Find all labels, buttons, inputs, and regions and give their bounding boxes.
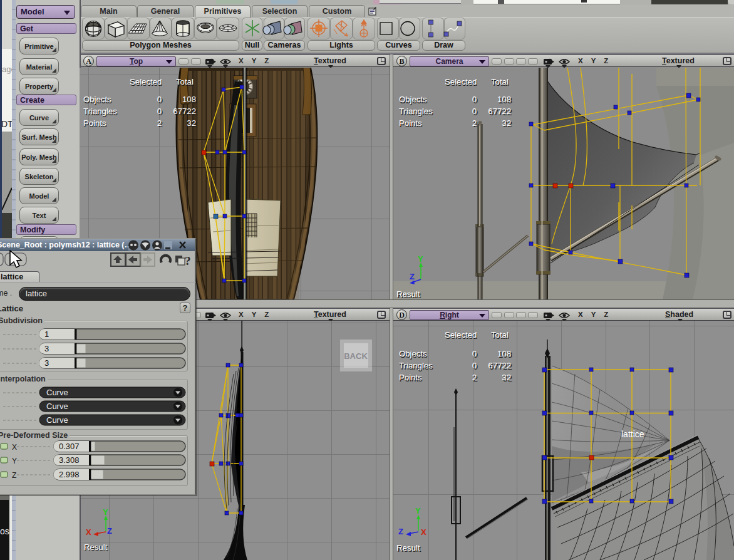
svg-text:0: 0 [472, 349, 477, 358]
svg-text:67722: 67722 [173, 106, 196, 116]
svg-text:X: X [86, 527, 91, 537]
svg-text:32: 32 [187, 118, 196, 128]
svg-text:Triangles: Triangles [83, 106, 117, 116]
svg-text:Total: Total [176, 77, 194, 86]
svg-text:Triangles: Triangles [399, 361, 433, 370]
svg-text:Objects: Objects [399, 349, 427, 358]
svg-text:32: 32 [502, 118, 511, 128]
svg-text:2: 2 [157, 118, 162, 128]
svg-text:Triangles: Triangles [399, 106, 433, 116]
svg-text:3: 3 [44, 344, 49, 353]
svg-text:108: 108 [497, 95, 511, 104]
svg-text:0.307: 0.307 [59, 442, 80, 451]
svg-text:Total: Total [491, 330, 509, 340]
svg-text:67722: 67722 [488, 361, 511, 370]
svg-text:108: 108 [182, 95, 196, 104]
svg-text:32: 32 [502, 373, 511, 382]
svg-text:Z: Z [107, 526, 112, 536]
svg-text:67722: 67722 [488, 106, 511, 116]
svg-text:Y: Y [415, 506, 421, 516]
svg-text:Curve: Curve [46, 415, 68, 425]
svg-text:BACK: BACK [344, 351, 368, 361]
svg-text:X: X [12, 443, 17, 452]
svg-text:108: 108 [497, 349, 511, 358]
svg-text:Curve: Curve [46, 388, 68, 397]
svg-text:0: 0 [157, 106, 162, 116]
svg-text:3.308: 3.308 [59, 455, 80, 465]
svg-text:0: 0 [472, 106, 477, 116]
svg-text:2: 2 [472, 118, 477, 128]
svg-text:Result: Result [396, 543, 420, 552]
svg-text:0: 0 [472, 361, 477, 370]
svg-text:Selected: Selected [445, 330, 477, 340]
svg-text:X: X [421, 527, 426, 537]
svg-text:2: 2 [472, 373, 477, 382]
svg-text:Z: Z [398, 527, 403, 536]
svg-text:Points: Points [399, 118, 422, 128]
svg-text:Z: Z [12, 471, 16, 480]
svg-text:Objects: Objects [83, 95, 111, 104]
svg-text:Total: Total [491, 77, 509, 86]
svg-text:Y: Y [418, 254, 423, 264]
svg-text:0: 0 [157, 95, 162, 104]
svg-text:Points: Points [399, 373, 422, 382]
svg-text:Curve: Curve [46, 402, 68, 411]
svg-text:1: 1 [44, 329, 49, 339]
svg-text:3: 3 [44, 358, 49, 368]
svg-text:?: ? [185, 254, 191, 267]
svg-text:0: 0 [472, 95, 477, 104]
svg-text:Selected: Selected [445, 77, 477, 86]
svg-text:lattice: lattice [621, 429, 644, 439]
svg-text:Result: Result [396, 289, 420, 299]
svg-text:Y: Y [12, 457, 17, 465]
svg-text:Selected: Selected [130, 77, 162, 86]
svg-text:Points: Points [83, 118, 106, 128]
svg-text:Objects: Objects [399, 95, 427, 104]
svg-text:Y: Y [103, 507, 108, 517]
svg-text:2.998: 2.998 [59, 470, 80, 479]
svg-text:Result: Result [84, 542, 108, 552]
svg-text:Z: Z [410, 272, 415, 281]
